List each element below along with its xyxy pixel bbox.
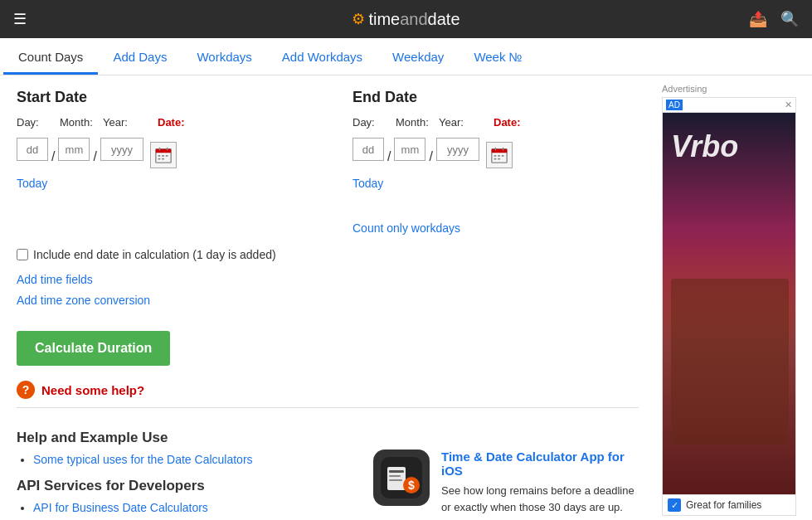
- api-section: API Services for Developers API for Busi…: [17, 478, 357, 514]
- api-section-title: API Services for Developers: [17, 478, 357, 494]
- share-icon[interactable]: 📤: [749, 10, 767, 28]
- logo-time: time: [368, 10, 400, 28]
- help-example-link-1[interactable]: Some typical uses for the Date Calculato…: [33, 453, 253, 466]
- logo-text: timeanddate: [368, 10, 459, 29]
- app-promo-content: $ Time & Date Calculator App for iOS See…: [373, 436, 639, 520]
- start-date-fields: / /: [17, 130, 303, 168]
- app-icon: $: [373, 450, 430, 506]
- end-month-label: Month:: [396, 116, 427, 129]
- svg-rect-16: [494, 158, 496, 160]
- logo-and: and: [400, 10, 427, 28]
- hamburger-icon[interactable]: ☰: [13, 10, 27, 28]
- svg-rect-8: [162, 158, 164, 160]
- svg-rect-13: [494, 155, 496, 157]
- help-icon: ?: [17, 381, 35, 399]
- end-month-input[interactable]: [394, 138, 425, 161]
- tab-add-workdays[interactable]: Add Workdays: [267, 38, 377, 75]
- nav-tabs: Count Days Add Days Workdays Add Workday…: [0, 38, 812, 75]
- ad-close-icon[interactable]: ✕: [785, 100, 792, 110]
- svg-rect-22: [389, 479, 402, 481]
- divider-1: [17, 407, 639, 408]
- tab-workdays[interactable]: Workdays: [182, 38, 266, 75]
- app-promo: $ Time & Date Calculator App for iOS See…: [373, 420, 639, 520]
- bottom-content: Help and Example Use Some typical uses f…: [17, 420, 639, 520]
- end-date-label: Date:: [494, 116, 520, 129]
- svg-rect-15: [502, 155, 504, 157]
- svg-rect-20: [389, 470, 404, 473]
- end-sep-1: /: [387, 149, 391, 164]
- logo: ⚙ timeanddate: [352, 10, 459, 29]
- search-icon[interactable]: 🔍: [780, 10, 799, 28]
- start-year-input[interactable]: [100, 138, 143, 161]
- help-example-section: Help and Example Use Some typical uses f…: [17, 430, 357, 466]
- start-day-input[interactable]: [17, 138, 48, 161]
- include-end-date-checkbox[interactable]: [17, 249, 28, 260]
- start-date-section: Start Date Day: Month: Year: Date: / /: [17, 89, 303, 235]
- end-day-input[interactable]: [353, 138, 384, 161]
- svg-rect-10: [492, 149, 507, 153]
- svg-rect-17: [498, 158, 500, 160]
- include-end-date-text: Include end date in calculation (1 day i…: [33, 248, 276, 261]
- start-calendar-button[interactable]: [150, 142, 177, 168]
- end-calendar-button[interactable]: [486, 142, 513, 168]
- ad-box: AD ✕ Vrbo ✓ Great for families: [662, 97, 796, 516]
- help-example-title: Help and Example Use: [17, 430, 357, 446]
- header-icons: 📤 🔍: [749, 10, 799, 28]
- logo-icon: ⚙: [352, 10, 365, 28]
- end-options: Count only workdays: [353, 197, 639, 235]
- svg-rect-21: [389, 475, 401, 477]
- ad-checkmark-icon: ✓: [668, 498, 681, 512]
- app-promo-text: Time & Date Calculator App for iOS See h…: [441, 450, 639, 515]
- end-year-input[interactable]: [436, 138, 479, 161]
- svg-rect-14: [498, 155, 500, 157]
- ad-badge: AD: [666, 100, 683, 110]
- app-promo-description: See how long remains before a deadline o…: [441, 483, 639, 515]
- start-sep-2: /: [93, 149, 96, 164]
- calculator-area: Start Date Day: Month: Year: Date: / /: [0, 75, 655, 520]
- api-section-list: API for Business Date Calculators: [33, 501, 357, 514]
- start-today-link[interactable]: Today: [17, 177, 47, 190]
- ad-image: Vrbo: [663, 113, 796, 494]
- start-month-input[interactable]: [58, 138, 90, 161]
- tab-count-days[interactable]: Count Days: [3, 38, 98, 75]
- svg-rect-4: [158, 155, 160, 157]
- start-date-label: Date:: [158, 116, 184, 129]
- end-today-link[interactable]: Today: [353, 177, 383, 190]
- tab-add-days[interactable]: Add Days: [98, 38, 182, 75]
- end-date-fields: / /: [353, 130, 639, 168]
- count-workdays-link[interactable]: Count only workdays: [353, 221, 460, 235]
- options-row: Include end date in calculation (1 day i…: [17, 248, 639, 261]
- api-link-1[interactable]: API for Business Date Calculators: [33, 501, 208, 514]
- ad-checkbox-row: ✓ Great for families: [663, 494, 795, 515]
- include-end-date-label[interactable]: Include end date in calculation (1 day i…: [17, 248, 276, 261]
- end-date-section: End Date Day: Month: Year: Date: / /: [353, 89, 639, 235]
- start-date-title: Start Date: [17, 89, 303, 106]
- svg-rect-1: [156, 149, 171, 153]
- start-year-label: Year:: [103, 116, 146, 129]
- add-time-fields-link[interactable]: Add time fields: [17, 270, 639, 290]
- header: ☰ ⚙ timeanddate 📤 🔍: [0, 0, 812, 38]
- end-sep-2: /: [429, 149, 432, 164]
- add-timezone-link[interactable]: Add time zone conversion: [17, 290, 639, 311]
- ad-top-bar: AD ✕: [663, 98, 795, 113]
- svg-rect-7: [158, 158, 160, 160]
- start-sep-1: /: [51, 149, 55, 164]
- left-content: Help and Example Use Some typical uses f…: [17, 420, 357, 520]
- help-example-list: Some typical uses for the Date Calculato…: [33, 453, 357, 466]
- svg-rect-6: [166, 155, 168, 157]
- help-text: Need some help?: [41, 383, 144, 397]
- tab-week-no[interactable]: Week №: [459, 38, 537, 75]
- date-row: Start Date Day: Month: Year: Date: / /: [17, 89, 639, 235]
- end-date-title: End Date: [353, 89, 639, 106]
- svg-text:$: $: [408, 479, 415, 492]
- start-month-label: Month:: [60, 116, 91, 129]
- end-day-label: Day:: [353, 116, 384, 129]
- help-row: ? Need some help?: [17, 381, 639, 399]
- ad-brand-text: Vrbo: [671, 129, 738, 164]
- ad-sidebar: Advertising AD ✕ Vrbo ✓ Great for famili…: [655, 75, 805, 520]
- calculate-button[interactable]: Calculate Duration: [17, 331, 170, 366]
- end-year-label: Year:: [439, 116, 482, 129]
- main-content: Start Date Day: Month: Year: Date: / /: [0, 75, 812, 520]
- tab-weekday[interactable]: Weekday: [377, 38, 459, 75]
- links-section: Add time fields Add time zone conversion: [17, 270, 639, 311]
